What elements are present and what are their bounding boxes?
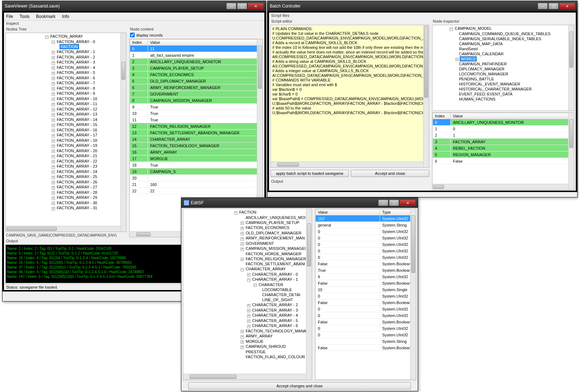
table-row[interactable]: 11True	[130, 117, 263, 123]
scrollbar-h[interactable]	[432, 184, 568, 190]
tree-item[interactable]: FACTION_ARRAY - 16	[56, 128, 98, 132]
table-row[interactable]: FalseSystem.Boolean	[316, 280, 416, 286]
expander-icon[interactable]: +	[52, 165, 55, 169]
cell-value[interactable]: 0	[316, 325, 380, 332]
scrollbar-h[interactable]	[271, 162, 423, 167]
cell-value[interactable]: 0	[316, 312, 380, 319]
tree-item[interactable]: FACTION_ARRAY - 20	[56, 149, 98, 153]
table-row[interactable]: 011	[130, 46, 263, 52]
tree-item[interactable]: RandSeed	[458, 47, 478, 51]
expander-icon[interactable]: +	[52, 77, 55, 80]
tree-item[interactable]: PENDING_BATTLE	[458, 77, 495, 81]
tree-item[interactable]: CAMPAIGN_COMMAND_QUEUE_INDEX_TABLES	[458, 32, 551, 36]
tree-item[interactable]: FACTION_ARRAY - 2	[56, 55, 96, 59]
expander-icon[interactable]: −	[241, 268, 244, 271]
expander-icon[interactable]: +	[241, 258, 244, 261]
expander-icon[interactable]: +	[247, 314, 250, 318]
table-row[interactable]: 6ARMY_REINFORCEMENT_MANAGER	[130, 84, 263, 91]
tree-item[interactable]: CHARACTER_ARRAY - 4	[251, 313, 298, 317]
expander-icon[interactable]: +	[52, 176, 55, 179]
expander-icon[interactable]: +	[52, 186, 55, 190]
titlebar[interactable]: SaveViewer (Sassanid.save) — ▢ ✕	[3, 1, 266, 11]
tree-item[interactable]: FACTION_ARRAY - 6	[56, 76, 96, 80]
expander-icon[interactable]: +	[52, 98, 55, 101]
table-row[interactable]: 8System.UInt32	[316, 274, 416, 280]
expander-icon[interactable]: +	[247, 325, 250, 328]
table-row[interactable]: FalseSystem.Boolean	[316, 261, 416, 267]
maximize-button[interactable]: ▢	[548, 3, 559, 9]
tree-item[interactable]: HISTORICAL_EVENT_MANAGER	[458, 82, 521, 86]
expander-icon[interactable]: +	[52, 87, 55, 90]
table-row[interactable]: 2ANCILLARY_UNIQUENESS_MONITOR	[130, 59, 263, 65]
cell-value[interactable]: 10	[316, 286, 380, 293]
scrollbar[interactable]	[120, 33, 126, 232]
expander-icon[interactable]: +	[247, 319, 250, 323]
expander-icon[interactable]: +	[247, 309, 250, 312]
inspector-grid[interactable]: Index Value 0ANCILLARY_UNIQUENESS_MONITO…	[432, 113, 574, 164]
close-button[interactable]: ✕	[248, 3, 264, 9]
table-row[interactable]: 0System.UInt32	[316, 293, 416, 299]
table-row[interactable]: 0System.UInt32	[316, 254, 416, 261]
expander-icon[interactable]: +	[52, 181, 55, 184]
scrollbar[interactable]	[568, 25, 574, 111]
table-row[interactable]: 152System.UInt32	[316, 215, 416, 222]
minimize-button[interactable]: —	[226, 3, 236, 9]
tree-item[interactable]: FACTION_ARRAY - 21	[56, 154, 98, 158]
expander-icon[interactable]: −	[254, 284, 257, 287]
tree-item[interactable]: CHARACTER_ARRAY - 5	[251, 318, 298, 323]
expander-icon[interactable]: +	[52, 82, 55, 85]
tree-item[interactable]: FACTION_ARRAY - 0	[56, 39, 96, 44]
tree-item[interactable]: CAMPAIGN_CALENDAR	[458, 52, 504, 56]
tree-item[interactable]: FACTION_ARRAY - 17	[56, 133, 98, 137]
expander-icon[interactable]: +	[241, 340, 244, 344]
tree-item[interactable]: CAMPAIGN_PATHFINDER	[458, 62, 508, 66]
expander-icon[interactable]: −	[450, 28, 453, 31]
tree-item[interactable]: FACTION_ARRAY - 1	[56, 50, 96, 54]
expander-icon[interactable]: +	[52, 51, 55, 54]
minimize-button[interactable]: —	[538, 3, 548, 9]
expander-icon[interactable]: +	[52, 93, 55, 96]
expander-icon[interactable]: +	[52, 155, 55, 158]
tree-item[interactable]: CHARACTER_ARRAY - 3	[251, 308, 298, 312]
col-value[interactable]: Value	[148, 39, 263, 46]
cell-value[interactable]: 0	[316, 293, 380, 299]
expander-icon[interactable]: +	[52, 66, 55, 70]
cell-value[interactable]: False	[316, 280, 380, 286]
tree-item[interactable]: HISTORICAL_CHARACTER_MANAGER	[458, 87, 532, 91]
table-row[interactable]: 3CAMPAIGN_PLAYER_SETUP	[130, 65, 263, 71]
maximize-button[interactable]: ▢	[237, 3, 247, 9]
inspector-tree[interactable]: −CAMPAIGN_MODELCAMPAIGN_COMMAND_QUEUE_IN…	[432, 25, 574, 111]
scrollbar-h[interactable]	[183, 374, 306, 379]
tree-item[interactable]: FACTION_ARRAY - 18	[56, 138, 98, 143]
apply-script-button[interactable]: apply batch script to loaded savegame	[270, 170, 349, 177]
table-row[interactable]: 1att_fact_sassanid empire	[130, 52, 263, 59]
table-row[interactable]: 14CHARACTER_ARRAY	[130, 136, 263, 143]
tree-item[interactable]: FACTION_ARRAY - 9	[56, 91, 96, 95]
expander-icon[interactable]: +	[241, 221, 244, 225]
tree-item[interactable]: FACTION_ARRAY - 11	[56, 102, 98, 106]
minimize-button[interactable]: —	[378, 200, 388, 206]
table-row[interactable]: 7GOVERNMENT	[130, 91, 263, 97]
tree-item[interactable]: FACTION_ARRAY - 8	[56, 86, 96, 90]
table-row[interactable]: 13FACTION_SETTLEMENT_ABANDON_MANAGER	[130, 130, 263, 136]
tree-item-selected[interactable]: FACTION	[60, 44, 79, 49]
table-row[interactable]: 16ARMY_ARRAY	[130, 149, 263, 155]
tree-item[interactable]: FACTION_ARRAY - 24	[56, 169, 98, 174]
expander-icon[interactable]: +	[52, 72, 55, 75]
tree-item[interactable]: FACTION_SETTLEMENT_ABANI	[245, 262, 306, 266]
cell-value[interactable]: False	[316, 299, 380, 306]
expander-icon[interactable]: +	[52, 103, 55, 106]
tree-item[interactable]: DIPLOMACY_MANAGER	[458, 67, 505, 71]
cell-value[interactable]: 0	[316, 235, 380, 241]
table-row[interactable]: 12FACTION_RELIGION_MANAGER	[130, 123, 263, 130]
tree-item[interactable]: EVENT_FEED::EVENT_DATA	[458, 92, 513, 96]
expander-icon[interactable]: +	[52, 139, 55, 143]
titlebar[interactable]: Batch Controller — ▢ ✕	[268, 1, 577, 11]
cell-value[interactable]: 0	[316, 241, 380, 248]
expander-icon[interactable]: +	[52, 108, 55, 111]
expander-icon[interactable]: +	[241, 242, 244, 246]
table-row[interactable]: 0System.UInt32	[316, 248, 416, 254]
tree-item[interactable]: FACTION_ARRAY	[50, 34, 84, 38]
tree-item[interactable]: FACTION_ARRAY - 31	[56, 206, 98, 210]
expander-icon[interactable]: +	[52, 113, 55, 117]
